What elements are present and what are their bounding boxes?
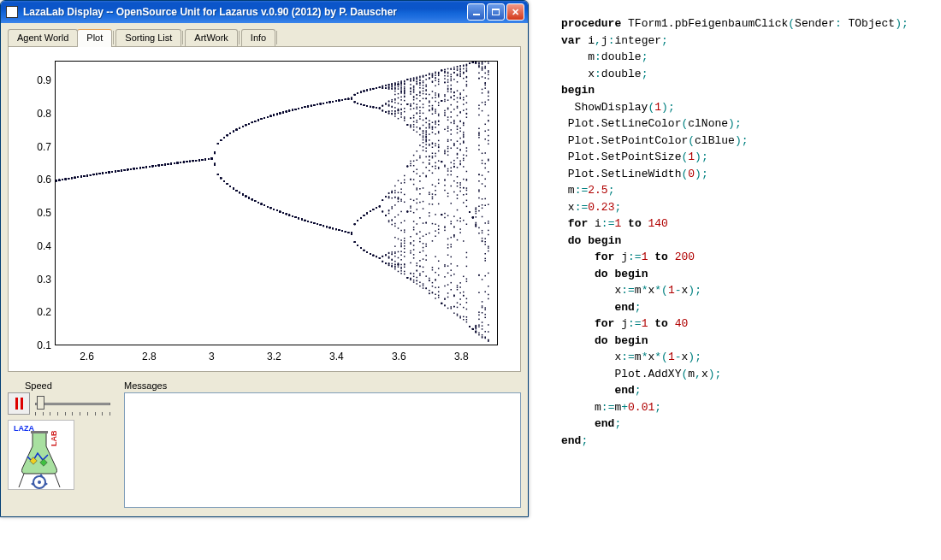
svg-rect-4116: [373, 88, 375, 90]
svg-rect-2959: [282, 212, 284, 214]
svg-rect-4373: [394, 252, 396, 254]
svg-rect-5278: [463, 158, 465, 160]
svg-rect-4944: [438, 74, 440, 75]
svg-rect-4702: [419, 116, 421, 118]
svg-rect-239: [71, 178, 73, 180]
svg-rect-39: [56, 180, 57, 182]
svg-rect-519: [93, 174, 95, 176]
svg-rect-5063: [447, 265, 449, 267]
svg-rect-4307: [388, 192, 390, 194]
svg-rect-4724: [423, 243, 424, 245]
minimize-button[interactable]: [467, 3, 485, 21]
svg-rect-4309: [388, 252, 390, 254]
svg-rect-2358: [236, 129, 238, 131]
svg-rect-4904: [435, 110, 436, 112]
svg-rect-4375: [394, 223, 396, 225]
svg-rect-2719: [263, 204, 265, 206]
svg-rect-5397: [472, 217, 474, 219]
svg-rect-4913: [435, 287, 436, 289]
svg-rect-4758: [423, 283, 424, 285]
svg-rect-2838: [273, 115, 275, 116]
svg-rect-4693: [419, 286, 421, 287]
svg-rect-5172: [457, 289, 459, 291]
svg-rect-5212: [459, 127, 461, 129]
svg-rect-4911: [435, 230, 436, 232]
tab-plot[interactable]: Plot: [77, 29, 112, 47]
svg-rect-4356: [391, 84, 393, 85]
svg-rect-4714: [419, 128, 421, 130]
svg-rect-5270: [463, 202, 465, 203]
svg-rect-5194: [457, 265, 459, 267]
svg-rect-4438: [398, 84, 399, 85]
svg-rect-3198: [301, 107, 303, 109]
svg-rect-2638: [257, 120, 259, 121]
svg-rect-5112: [450, 170, 452, 172]
close-button[interactable]: ✕: [506, 3, 524, 21]
svg-rect-4742: [423, 142, 424, 144]
svg-rect-4233: [382, 261, 384, 262]
svg-rect-4846: [432, 197, 434, 198]
svg-rect-4333: [391, 263, 393, 265]
feigenbaum-chart[interactable]: [55, 61, 498, 345]
svg-rect-4274: [385, 111, 387, 113]
svg-rect-4853: [432, 97, 434, 99]
svg-rect-4513: [404, 274, 405, 275]
svg-rect-4354: [391, 101, 393, 103]
pause-button[interactable]: [8, 392, 30, 415]
svg-rect-5221: [459, 232, 461, 233]
svg-rect-4862: [432, 81, 434, 83]
svg-rect-5490: [482, 328, 483, 330]
tab-agent-world[interactable]: Agent World: [8, 29, 78, 46]
svg-rect-279: [74, 177, 76, 179]
svg-rect-4232: [382, 85, 384, 87]
title-bar[interactable]: LazaLab Display -- OpenSource Unit for L…: [1, 1, 528, 23]
svg-rect-4422: [398, 112, 399, 114]
svg-rect-4706: [419, 92, 421, 94]
svg-rect-5241: [463, 78, 465, 80]
svg-rect-4797: [425, 144, 427, 145]
svg-rect-719: [109, 172, 110, 174]
svg-rect-5048: [447, 284, 449, 286]
svg-rect-4841: [432, 91, 434, 92]
speed-slider[interactable]: [35, 394, 110, 413]
svg-rect-5033: [444, 213, 446, 215]
svg-rect-4398: [394, 110, 396, 112]
svg-rect-5233: [459, 131, 461, 133]
svg-rect-5455: [478, 227, 480, 229]
svg-rect-4317: [388, 257, 390, 259]
svg-rect-5532: [484, 275, 486, 277]
svg-rect-2999: [286, 214, 287, 215]
svg-rect-4598: [410, 87, 411, 89]
svg-rect-5242: [463, 276, 465, 278]
svg-rect-5287: [466, 206, 468, 208]
lazalab-logo: LAZA LAB: [8, 420, 74, 490]
svg-rect-4863: [432, 267, 434, 268]
svg-rect-4629: [413, 280, 415, 281]
tab-sorting-list[interactable]: Sorting List: [115, 29, 181, 46]
svg-rect-4999: [441, 100, 443, 102]
messages-textarea[interactable]: [124, 392, 521, 508]
svg-rect-5113: [450, 88, 452, 90]
svg-rect-4647: [417, 262, 418, 264]
svg-rect-5025: [444, 286, 446, 287]
svg-rect-5319: [466, 309, 468, 310]
svg-rect-5225: [459, 97, 461, 98]
svg-rect-4517: [404, 232, 405, 233]
svg-rect-4766: [425, 86, 427, 88]
svg-rect-5017: [444, 96, 446, 97]
svg-rect-5592: [488, 70, 489, 72]
svg-rect-4117: [373, 255, 375, 256]
svg-rect-4619: [413, 245, 415, 246]
svg-rect-4556: [407, 103, 409, 105]
maximize-button[interactable]: [487, 3, 505, 21]
tab-artwork[interactable]: ArtWork: [185, 29, 238, 46]
svg-rect-5132: [453, 99, 455, 101]
svg-rect-4366: [394, 107, 396, 109]
tab-info[interactable]: Info: [241, 29, 275, 46]
svg-rect-4705: [419, 251, 421, 253]
svg-rect-5164: [457, 106, 459, 108]
svg-rect-4622: [413, 91, 415, 93]
svg-rect-4467: [400, 264, 402, 266]
slider-thumb[interactable]: [37, 396, 44, 410]
svg-rect-3878: [354, 102, 356, 103]
